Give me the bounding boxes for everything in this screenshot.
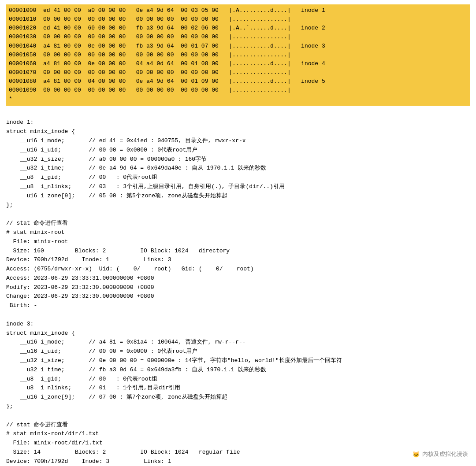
watermark-icon: 🐱 <box>413 451 420 458</box>
watermark-text: 内核及虚拟化漫谈 <box>422 450 468 458</box>
hex-dump: 00001000 ed 41 00 00 a0 00 00 00 0e a4 9… <box>9 6 467 104</box>
hex-section: 00001000 ed 41 00 00 a0 00 00 00 0e a4 9… <box>6 4 470 106</box>
main-content: inode 1: struct minix_inode { __u16 i_mo… <box>6 109 470 466</box>
content: inode 1: struct minix_inode { __u16 i_mo… <box>6 106 470 466</box>
watermark: 🐱 内核及虚拟化漫谈 <box>413 450 468 458</box>
